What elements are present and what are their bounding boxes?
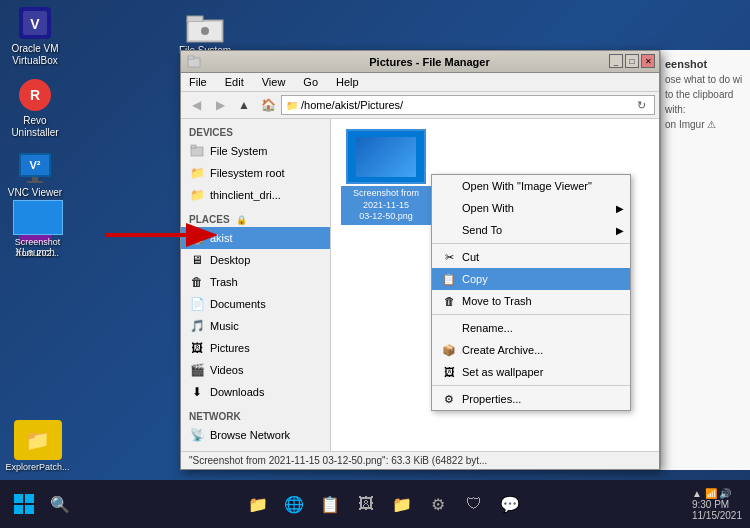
right-panel-hint4: on Imgur ⚠ bbox=[665, 119, 746, 130]
ctx-open-image-viewer-label: Open With "Image Viewer" bbox=[462, 180, 592, 192]
menu-help[interactable]: Help bbox=[332, 75, 363, 89]
svg-rect-1 bbox=[187, 16, 203, 22]
start-button[interactable] bbox=[8, 488, 40, 520]
sidebar-item-documents[interactable]: 📄 Documents bbox=[181, 293, 330, 315]
svg-rect-13 bbox=[27, 181, 43, 183]
address-input[interactable] bbox=[301, 99, 634, 111]
taskbar-icon-4[interactable]: 🖼 bbox=[350, 488, 382, 520]
status-bar: "Screenshot from 2021-11-15 03-12-50.png… bbox=[181, 451, 659, 469]
desktop-icon-screenshot[interactable]: Screenshot from 202... bbox=[5, 200, 70, 259]
revo-label: Revo Uninstaller bbox=[5, 115, 65, 139]
taskbar-icon-5[interactable]: 📁 bbox=[386, 488, 418, 520]
browse-network-label: Browse Network bbox=[210, 429, 290, 441]
menu-view[interactable]: View bbox=[258, 75, 290, 89]
ctx-create-archive[interactable]: 📦 Create Archive... bbox=[432, 339, 630, 361]
file-thumbnail bbox=[346, 129, 426, 184]
window-icon bbox=[187, 55, 201, 69]
desktop-icon-oracle-vm[interactable]: V Oracle VM VirtualBox bbox=[5, 5, 65, 67]
selected-file-icon[interactable]: Screenshot from2021-11-1503-12-50.png bbox=[341, 129, 431, 225]
right-panel-hint3: with: bbox=[665, 104, 746, 115]
svg-rect-20 bbox=[191, 147, 203, 156]
minimize-button[interactable]: _ bbox=[609, 54, 623, 68]
file-system-label: File System bbox=[210, 145, 267, 157]
sidebar-item-downloads[interactable]: ⬇ Downloads bbox=[181, 381, 330, 403]
explorer-patch-icon: 📁 bbox=[14, 420, 62, 460]
maximize-button[interactable]: □ bbox=[625, 54, 639, 68]
file-view[interactable]: Screenshot from2021-11-1503-12-50.png Op… bbox=[331, 119, 659, 451]
window-controls: _ □ ✕ bbox=[609, 54, 655, 68]
ctx-cut[interactable]: ✂ Cut bbox=[432, 246, 630, 268]
status-text: "Screenshot from 2021-11-15 03-12-50.png… bbox=[189, 455, 487, 466]
taskbar-system-tray: ▲ 📶 🔊9:30 PM11/15/2021 bbox=[692, 488, 742, 521]
taskbar-icon-6[interactable]: ⚙ bbox=[422, 488, 454, 520]
desktop-icon-vnc[interactable]: V² VNC Viewer bbox=[5, 149, 65, 199]
address-icon: 📁 bbox=[286, 100, 298, 111]
svg-rect-18 bbox=[188, 58, 200, 67]
ctx-cut-label: Cut bbox=[462, 251, 479, 263]
menu-file[interactable]: File bbox=[185, 75, 211, 89]
properties-icon: ⚙ bbox=[442, 392, 456, 406]
menu-edit[interactable]: Edit bbox=[221, 75, 248, 89]
taskbar-icon-7[interactable]: 🛡 bbox=[458, 488, 490, 520]
svg-text:V: V bbox=[30, 16, 40, 32]
ctx-rename-label: Rename... bbox=[462, 322, 513, 334]
desktop-icon-revo[interactable]: R Revo Uninstaller bbox=[5, 77, 65, 139]
up-button[interactable]: ▲ bbox=[233, 94, 255, 116]
svg-rect-23 bbox=[25, 494, 34, 503]
taskbar-icon-2[interactable]: 🌐 bbox=[278, 488, 310, 520]
sidebar-item-music[interactable]: 🎵 Music bbox=[181, 315, 330, 337]
sidebar-item-pictures[interactable]: 🖼 Pictures bbox=[181, 337, 330, 359]
desktop: File System V Oracle VM VirtualBox R bbox=[0, 0, 750, 480]
ctx-properties[interactable]: ⚙ Properties... bbox=[432, 388, 630, 410]
file-name-label: Screenshot from2021-11-1503-12-50.png bbox=[341, 186, 431, 225]
back-button[interactable]: ◀ bbox=[185, 94, 207, 116]
documents-icon: 📄 bbox=[189, 296, 205, 312]
send-to-icon bbox=[442, 223, 456, 237]
sidebar-item-thinclient[interactable]: 📁 thinclient_dri... bbox=[181, 184, 330, 206]
ctx-set-wallpaper-label: Set as wallpaper bbox=[462, 366, 543, 378]
context-menu: Open With "Image Viewer" Open With ▶ Sen… bbox=[431, 174, 631, 411]
vnc-label: VNC Viewer bbox=[8, 187, 62, 199]
ctx-copy[interactable]: 📋 Copy bbox=[432, 268, 630, 290]
forward-button[interactable]: ▶ bbox=[209, 94, 231, 116]
svg-text:V²: V² bbox=[30, 159, 41, 171]
home-button[interactable]: 🏠 bbox=[257, 94, 279, 116]
desktop-label: Desktop bbox=[210, 254, 250, 266]
thinclient-label: thinclient_dri... bbox=[210, 189, 281, 201]
places-lock-icon: 🔒 bbox=[236, 215, 247, 225]
desktop-icon-explorer-patch[interactable]: 📁 ExplorerPatch... bbox=[5, 420, 70, 472]
set-wallpaper-icon: 🖼 bbox=[442, 365, 456, 379]
close-button[interactable]: ✕ bbox=[641, 54, 655, 68]
ctx-open-with[interactable]: Open With ▶ bbox=[432, 197, 630, 219]
sidebar: DEVICES File System 📁 Filesystem root bbox=[181, 119, 331, 451]
ctx-send-to[interactable]: Send To ▶ bbox=[432, 219, 630, 241]
menu-go[interactable]: Go bbox=[299, 75, 322, 89]
ctx-create-archive-label: Create Archive... bbox=[462, 344, 543, 356]
taskbar-icon-3[interactable]: 📋 bbox=[314, 488, 346, 520]
search-button[interactable]: 🔍 bbox=[44, 488, 76, 520]
taskbar-icon-1[interactable]: 📁 bbox=[242, 488, 274, 520]
sidebar-item-filesystem-root[interactable]: 📁 Filesystem root bbox=[181, 162, 330, 184]
ctx-divider-2 bbox=[432, 314, 630, 315]
svg-rect-19 bbox=[188, 56, 194, 59]
copy-icon: 📋 bbox=[442, 272, 456, 286]
right-panel-hint2: to the clipboard bbox=[665, 89, 746, 100]
address-bar[interactable]: 📁 ↻ bbox=[281, 95, 655, 115]
sidebar-item-file-system[interactable]: File System bbox=[181, 140, 330, 162]
ctx-move-to-trash[interactable]: 🗑 Move to Trash bbox=[432, 290, 630, 312]
open-with-icon bbox=[442, 201, 456, 215]
sidebar-item-browse-network[interactable]: 📡 Browse Network bbox=[181, 424, 330, 446]
ctx-rename[interactable]: Rename... bbox=[432, 317, 630, 339]
ctx-set-wallpaper[interactable]: 🖼 Set as wallpaper bbox=[432, 361, 630, 383]
sidebar-item-videos[interactable]: 🎬 Videos bbox=[181, 359, 330, 381]
explorer-patch-label: ExplorerPatch... bbox=[5, 462, 69, 472]
sidebar-item-trash[interactable]: 🗑 Trash bbox=[181, 271, 330, 293]
reload-button[interactable]: ↻ bbox=[634, 96, 650, 114]
sidebar-section-devices: DEVICES bbox=[181, 123, 330, 140]
vnc-icon: V² bbox=[17, 149, 53, 185]
videos-label: Videos bbox=[210, 364, 243, 376]
ctx-open-image-viewer[interactable]: Open With "Image Viewer" bbox=[432, 175, 630, 197]
move-to-trash-icon: 🗑 bbox=[442, 294, 456, 308]
taskbar-icon-8[interactable]: 💬 bbox=[494, 488, 526, 520]
taskbar: 🔍 📁 🌐 📋 🖼 📁 ⚙ 🛡 💬 ▲ 📶 🔊9:30 PM11/15/2021 bbox=[0, 480, 750, 528]
